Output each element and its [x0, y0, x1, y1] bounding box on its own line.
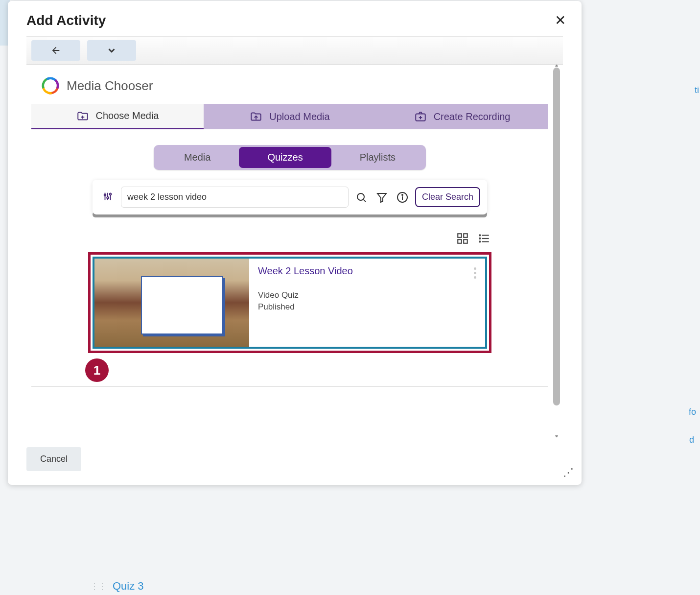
svg-line-18: [364, 199, 366, 201]
top-tabs: Choose Media Upload Media Create Recordi…: [31, 104, 548, 129]
kebab-dot: [474, 276, 476, 279]
modal-header: Add Activity ✕: [8, 1, 582, 36]
sub-tab-quizzes[interactable]: Quizzes: [239, 147, 331, 168]
result-card[interactable]: Week 2 Lesson Video Video Quiz Published: [93, 257, 487, 349]
kebab-dot: [474, 272, 476, 274]
sub-tabs: Media Quizzes Playlists: [31, 145, 548, 170]
search-icon: [355, 191, 367, 203]
grid-icon: [456, 232, 469, 245]
filter-button[interactable]: [374, 190, 390, 205]
tab-upload-media[interactable]: Upload Media: [204, 104, 376, 129]
background-fragment: fo: [689, 407, 696, 417]
brand-title: Media Chooser: [67, 78, 153, 94]
sub-tab-playlists[interactable]: Playlists: [331, 147, 424, 168]
search-row: Clear Search: [93, 180, 487, 214]
background-fragment: d: [689, 435, 694, 445]
add-activity-modal: Add Activity ✕ ▴ ▾ Media Cho: [8, 1, 582, 485]
svg-point-31: [479, 238, 480, 239]
result-title: Week 2 Lesson Video: [258, 265, 476, 277]
drag-handle-icon: ⋮⋮: [90, 581, 106, 592]
tab-label: Choose Media: [96, 110, 159, 121]
svg-rect-24: [464, 234, 467, 238]
background-quiz-item: ⋮⋮ Quiz 3: [90, 580, 144, 593]
tab-choose-media[interactable]: Choose Media: [31, 104, 204, 129]
view-toggles: [89, 232, 490, 246]
brand-row: Media Chooser: [31, 71, 548, 104]
clear-search-button[interactable]: Clear Search: [415, 187, 480, 207]
search-input[interactable]: [121, 187, 349, 208]
settings-sliders-icon[interactable]: [99, 191, 116, 204]
background-quiz-label: Quiz 3: [113, 580, 144, 593]
kebab-dot: [474, 267, 476, 270]
result-type: Video Quiz: [258, 289, 476, 301]
nav-bar: [26, 36, 563, 65]
result-meta: Week 2 Lesson Video Video Quiz Published: [249, 259, 485, 347]
dropdown-button[interactable]: [87, 40, 136, 61]
svg-point-12: [104, 194, 106, 196]
svg-marker-19: [377, 193, 386, 202]
search-button[interactable]: [353, 190, 369, 205]
folder-upload-icon: [250, 110, 262, 123]
result-more-menu[interactable]: [474, 267, 476, 279]
modal-title: Add Activity: [26, 13, 106, 28]
background-fragment: ti: [695, 85, 699, 95]
svg-point-32: [479, 241, 480, 242]
result-status: Published: [258, 301, 476, 313]
arrow-left-icon: [50, 45, 61, 56]
svg-point-22: [402, 194, 403, 195]
modal-footer: Cancel: [8, 437, 582, 485]
close-icon: ✕: [555, 13, 566, 28]
sub-tab-media[interactable]: Media: [156, 147, 239, 168]
svg-point-14: [107, 196, 109, 198]
svg-rect-23: [458, 234, 462, 238]
list-view-button[interactable]: [478, 232, 490, 246]
camera-plus-icon: [414, 110, 427, 123]
svg-rect-26: [464, 239, 467, 243]
tab-label: Create Recording: [434, 111, 511, 122]
list-icon: [478, 232, 490, 245]
scroll-down-arrow[interactable]: ▾: [553, 433, 560, 437]
back-button[interactable]: [31, 40, 80, 61]
footer-divider: [31, 386, 548, 387]
tab-create-recording[interactable]: Create Recording: [376, 104, 548, 129]
funnel-icon: [376, 191, 388, 203]
cancel-button[interactable]: Cancel: [26, 447, 81, 471]
close-button[interactable]: ✕: [555, 14, 566, 27]
info-icon: [397, 191, 408, 203]
svg-rect-25: [458, 239, 462, 243]
callout-one: 1: [85, 358, 109, 382]
media-chooser-logo-icon: [41, 76, 60, 95]
svg-point-30: [479, 235, 480, 236]
folder-plus-icon: [76, 110, 89, 122]
result-thumbnail: [94, 259, 249, 347]
tab-label: Upload Media: [269, 111, 329, 122]
svg-point-17: [357, 193, 364, 200]
grid-view-button[interactable]: [456, 232, 469, 246]
scrollbar-thumb[interactable]: [553, 68, 560, 405]
scroll-area: ▴ ▾ Media Chooser Choose Media: [31, 65, 563, 437]
chevron-down-icon: [106, 45, 117, 56]
info-button[interactable]: [395, 190, 410, 205]
svg-point-16: [110, 193, 112, 195]
result-highlight-box: Week 2 Lesson Video Video Quiz Published: [88, 252, 491, 353]
